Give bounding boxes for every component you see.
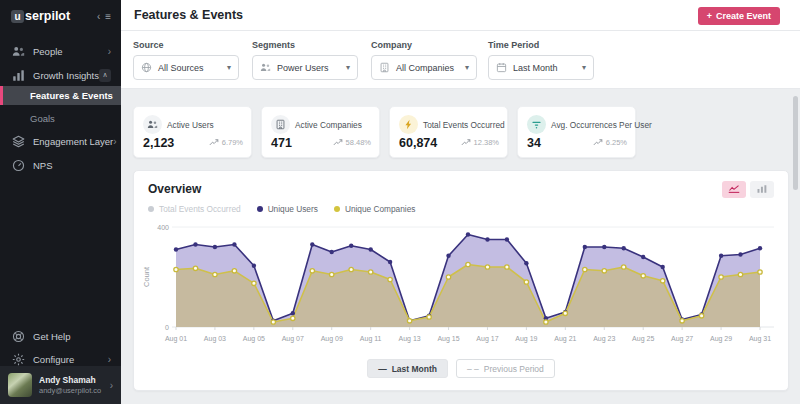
calendar-icon xyxy=(496,62,507,73)
trend-up-icon xyxy=(333,139,343,146)
legend-item-total-events[interactable]: Total Events Occurred xyxy=(148,204,241,214)
period-button-label: Previous Period xyxy=(484,364,544,374)
svg-text:Aug 25: Aug 25 xyxy=(632,335,654,343)
sidebar-subitem-label: Features & Events xyxy=(30,90,113,101)
filter-label: Source xyxy=(133,40,239,50)
sidebar-header: userpilot ‹ ≡ xyxy=(11,9,112,23)
legend-label: Total Events Occurred xyxy=(159,204,241,214)
line-chart-icon xyxy=(728,182,740,197)
chart-type-toggle xyxy=(722,181,774,198)
filter-time-period: Time Period Last Month ▾ xyxy=(488,40,594,80)
user-profile[interactable]: Andy Shamah andy@userpilot.co › xyxy=(0,366,121,404)
stat-trend: 6.25% xyxy=(593,138,627,147)
period-button-label: Last Month xyxy=(392,364,437,374)
svg-text:Aug 19: Aug 19 xyxy=(515,335,537,343)
stat-label: Active Companies xyxy=(295,120,362,130)
filter-label: Time Period xyxy=(488,40,594,50)
chevron-down-icon: ▾ xyxy=(582,63,586,72)
bolt-icon xyxy=(399,115,418,134)
create-event-button[interactable]: + Create Event xyxy=(698,7,780,25)
last-month-button[interactable]: — Last Month xyxy=(367,359,448,378)
chart-canvas: 0400CountAug 01Aug 03Aug 05Aug 07Aug 09A… xyxy=(140,219,784,349)
building-icon xyxy=(379,62,390,73)
chevron-right-icon: › xyxy=(113,136,116,147)
svg-text:Aug 31: Aug 31 xyxy=(749,335,771,343)
chevron-up-icon[interactable]: ∧ xyxy=(99,69,111,82)
bar-chart-toggle-button[interactable] xyxy=(750,181,774,198)
sidebar-collapse-icon[interactable]: ‹ ≡ xyxy=(97,11,112,22)
users-icon xyxy=(260,62,271,73)
svg-text:Aug 27: Aug 27 xyxy=(671,335,693,343)
users-icon xyxy=(143,115,162,134)
sidebar-item-label: Configure xyxy=(33,354,108,365)
userpilot-logo: userpilot xyxy=(11,9,70,23)
sidebar-item-growth-insights[interactable]: Growth Insights ∧ xyxy=(0,66,121,84)
sidebar-item-label: Growth Insights xyxy=(33,70,99,81)
plus-icon: + xyxy=(707,11,712,21)
legend-item-unique-companies[interactable]: Unique Companies xyxy=(334,204,416,214)
create-event-label: Create Event xyxy=(716,11,771,21)
segments-select[interactable]: Power Users ▾ xyxy=(252,55,358,80)
chevron-right-icon: › xyxy=(108,46,111,57)
sidebar-item-get-help[interactable]: Get Help xyxy=(0,327,121,345)
svg-text:0: 0 xyxy=(165,324,169,331)
sidebar-item-features-events[interactable]: Features & Events xyxy=(0,86,121,105)
scrollbar-thumb[interactable] xyxy=(793,96,798,190)
bar-chart-icon xyxy=(756,182,768,197)
sidebar-subitem-label: Goals xyxy=(30,113,55,124)
svg-text:Aug 29: Aug 29 xyxy=(710,335,732,343)
stat-value: 2,123 xyxy=(143,136,174,150)
bar-chart-icon xyxy=(12,69,25,82)
sidebar-item-people[interactable]: People › xyxy=(0,42,121,60)
stat-card-total-events: Total Events Occurred 60,874 12.38% xyxy=(389,106,508,158)
time-period-select[interactable]: Last Month ▾ xyxy=(488,55,594,80)
stat-trend: 12.38% xyxy=(461,138,499,147)
stat-trend-value: 6.79% xyxy=(222,138,243,147)
filter-value: All Sources xyxy=(158,63,227,73)
filter-segments: Segments Power Users ▾ xyxy=(252,40,358,80)
stat-label: Total Events Occurred xyxy=(423,120,505,130)
sidebar-item-nps[interactable]: NPS xyxy=(0,156,121,174)
filter-source: Source All Sources ▾ xyxy=(133,40,239,80)
sidebar-item-label: Engagement Layer xyxy=(33,136,113,147)
sidebar-item-goals[interactable]: Goals xyxy=(0,109,121,128)
profile-email: andy@userpilot.co xyxy=(39,386,101,395)
filter-label: Segments xyxy=(252,40,358,50)
svg-text:Aug 17: Aug 17 xyxy=(476,335,498,343)
stat-label: Avg. Occurrences Per User xyxy=(551,120,652,130)
company-select[interactable]: All Companies ▾ xyxy=(371,55,477,80)
legend-label: Unique Users xyxy=(268,204,318,214)
avatar xyxy=(8,373,32,397)
svg-text:Aug 01: Aug 01 xyxy=(165,335,187,343)
svg-text:Aug 09: Aug 09 xyxy=(321,335,343,343)
stat-trend: 58.48% xyxy=(333,138,371,147)
stat-card-active-companies: Active Companies 471 58.48% xyxy=(261,106,380,158)
stat-trend-value: 58.48% xyxy=(346,138,371,147)
stat-trend-value: 12.38% xyxy=(474,138,499,147)
legend-dot xyxy=(257,206,263,212)
stat-card-active-users: Active Users 2,123 6.79% xyxy=(133,106,252,158)
svg-text:Aug 11: Aug 11 xyxy=(360,335,382,343)
svg-text:Aug 15: Aug 15 xyxy=(437,335,459,343)
sidebar-item-engagement-layer[interactable]: Engagement Layer › xyxy=(0,132,121,150)
profile-name: Andy Shamah xyxy=(39,375,101,386)
filter-value: All Companies xyxy=(396,63,465,73)
chevron-down-icon: ▾ xyxy=(346,63,350,72)
svg-text:Aug 03: Aug 03 xyxy=(204,335,226,343)
filter-company: Company All Companies ▾ xyxy=(371,40,477,80)
average-icon xyxy=(527,115,546,134)
line-chart-toggle-button[interactable] xyxy=(722,181,746,198)
people-icon xyxy=(12,45,25,58)
source-select[interactable]: All Sources ▾ xyxy=(133,55,239,80)
panel-title: Overview xyxy=(148,182,201,196)
building-icon xyxy=(271,115,290,134)
trend-up-icon xyxy=(209,139,219,146)
stat-value: 471 xyxy=(271,136,292,150)
stat-trend-value: 6.25% xyxy=(606,138,627,147)
filters-bar: Source All Sources ▾ Segments Power User… xyxy=(121,31,800,89)
trend-up-icon xyxy=(593,139,603,146)
previous-period-button[interactable]: – – Previous Period xyxy=(456,359,555,378)
legend-item-unique-users[interactable]: Unique Users xyxy=(257,204,318,214)
svg-text:Count: Count xyxy=(142,266,151,287)
layers-icon xyxy=(12,135,25,148)
